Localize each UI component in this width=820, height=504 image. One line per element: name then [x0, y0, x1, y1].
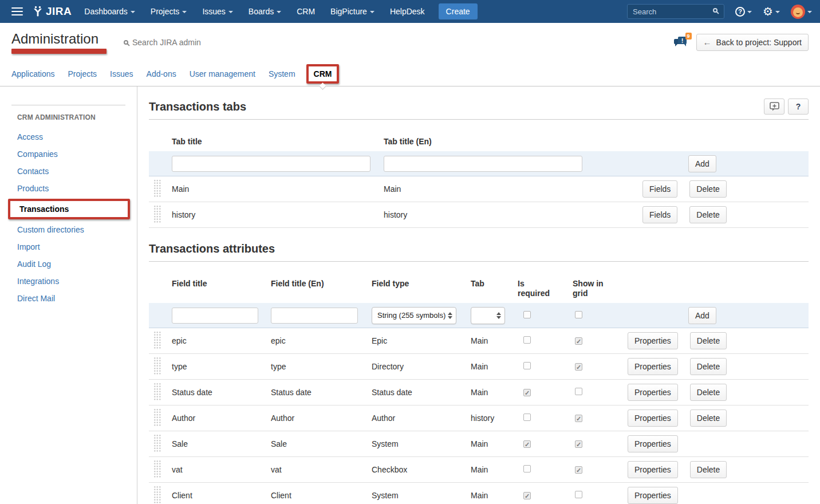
nav-projects[interactable]: Projects [151, 7, 187, 16]
show-in-grid-checkbox[interactable] [575, 440, 582, 448]
feedback-button[interactable] [764, 99, 784, 115]
field-title-value: Client [169, 491, 269, 500]
nav-issues[interactable]: Issues [202, 7, 232, 16]
sidebar-item-companies[interactable]: Companies [11, 145, 125, 163]
help-icon: ? [735, 7, 745, 17]
field-title-en-input[interactable] [271, 308, 358, 324]
chevron-down-icon [747, 11, 752, 13]
global-search [627, 4, 724, 19]
is-required-checkbox[interactable] [523, 336, 531, 344]
drag-handle-icon[interactable] [153, 179, 161, 197]
drag-handle-icon[interactable] [153, 331, 161, 349]
is-required-checkbox[interactable] [523, 389, 531, 396]
add-attribute-button[interactable]: Add [688, 307, 716, 324]
properties-button[interactable]: Properties [628, 332, 678, 349]
app-switcher-icon[interactable] [11, 7, 23, 15]
properties-button[interactable]: Properties [628, 461, 678, 478]
chevron-down-icon [131, 11, 135, 13]
delete-button[interactable]: Delete [690, 461, 727, 478]
fields-button[interactable]: Fields [642, 206, 677, 223]
admin-settings-menu[interactable]: ⚙ [763, 6, 780, 17]
select-stepper-icon [448, 312, 452, 319]
feedback-bubble-plus-icon [770, 102, 779, 111]
is-required-checkbox[interactable] [523, 362, 531, 369]
sidebar-item-integrations[interactable]: Integrations [11, 273, 125, 290]
sidebar-item-products[interactable]: Products [11, 180, 125, 197]
show-in-grid-checkbox[interactable] [575, 337, 582, 345]
nav-bigpicture[interactable]: BigPicture [330, 7, 374, 16]
show-in-grid-checkbox[interactable] [575, 491, 582, 498]
global-search-input[interactable] [627, 4, 724, 19]
table-row: Author Author Author history Properties … [149, 405, 809, 431]
properties-button[interactable]: Properties [628, 384, 678, 401]
nav-dashboards[interactable]: Dashboards [84, 7, 135, 16]
show-in-grid-checkbox[interactable] [575, 363, 582, 371]
admin-search[interactable]: Search JIRA admin [124, 38, 201, 47]
tab-crm-active[interactable]: CRM [314, 69, 332, 78]
drag-handle-icon[interactable] [153, 460, 161, 478]
delete-button[interactable]: Delete [690, 332, 727, 349]
sidebar-item-transactions-active[interactable]: Transactions [19, 204, 69, 214]
table-row: Sale Sale System Main Properties [149, 431, 809, 457]
page-title: Administration [11, 31, 107, 47]
sidebar-item-direct-mail[interactable]: Direct Mail [11, 290, 125, 307]
tab-issues[interactable]: Issues [110, 69, 133, 78]
sidebar-item-audit-log[interactable]: Audit Log [11, 255, 125, 273]
column-header-field-type: Field type [369, 279, 468, 289]
search-icon[interactable] [713, 8, 718, 13]
nav-helpdesk[interactable]: HelpDesk [390, 7, 425, 16]
properties-button[interactable]: Properties [628, 487, 678, 504]
create-button[interactable]: Create [439, 3, 478, 19]
tab-applications[interactable]: Applications [11, 69, 55, 78]
nav-crm[interactable]: CRM [297, 7, 315, 16]
delete-button[interactable]: Delete [690, 410, 727, 427]
tab-title-input[interactable] [172, 156, 370, 172]
field-title-input[interactable] [172, 308, 258, 324]
delete-button[interactable]: Delete [689, 206, 726, 223]
sidebar-item-custom-directories[interactable]: Custom directories [11, 221, 125, 238]
field-title-en-value: Author [269, 414, 369, 423]
delete-button[interactable]: Delete [690, 358, 727, 375]
tab-user-management[interactable]: User management [190, 69, 255, 78]
tab-add-ons[interactable]: Add-ons [147, 69, 176, 78]
delete-button[interactable]: Delete [690, 384, 727, 401]
help-button[interactable]: ? [788, 99, 809, 115]
admin-search-placeholder: Search JIRA admin [132, 38, 201, 47]
is-required-checkbox[interactable] [523, 414, 531, 421]
sidebar-item-contacts[interactable]: Contacts [11, 163, 125, 180]
field-type-select[interactable]: String (255 symbols) [372, 307, 456, 324]
show-in-grid-checkbox[interactable] [575, 415, 582, 422]
is-required-checkbox[interactable] [523, 440, 531, 448]
tab-select[interactable] [471, 307, 505, 324]
drag-handle-icon[interactable] [153, 357, 161, 375]
show-in-grid-checkbox[interactable] [575, 311, 582, 318]
notifications-button[interactable]: ! 9 [673, 34, 691, 50]
jira-logo[interactable]: JIRA [32, 5, 72, 18]
properties-button[interactable]: Properties [628, 410, 678, 427]
drag-handle-icon[interactable] [153, 383, 161, 400]
help-menu[interactable]: ? [735, 7, 752, 17]
drag-handle-icon[interactable] [153, 408, 161, 426]
fields-button[interactable]: Fields [642, 180, 677, 198]
sidebar-item-import[interactable]: Import [11, 238, 125, 255]
is-required-checkbox[interactable] [523, 492, 531, 499]
tab-value: history [468, 414, 514, 423]
tab-title-en-input[interactable] [384, 156, 582, 172]
profile-menu[interactable] [791, 5, 812, 19]
sidebar-item-access[interactable]: Access [11, 128, 125, 145]
show-in-grid-checkbox[interactable] [575, 466, 582, 474]
show-in-grid-checkbox[interactable] [575, 388, 582, 395]
add-tab-button[interactable]: Add [688, 155, 716, 172]
drag-handle-icon[interactable] [153, 205, 161, 223]
is-required-checkbox[interactable] [523, 465, 531, 472]
tab-system[interactable]: System [269, 69, 295, 78]
properties-button[interactable]: Properties [628, 358, 678, 375]
delete-button[interactable]: Delete [689, 180, 726, 198]
properties-button[interactable]: Properties [628, 435, 678, 452]
back-to-project-button[interactable]: ← Back to project: Support [696, 34, 809, 51]
is-required-checkbox[interactable] [523, 311, 531, 318]
drag-handle-icon[interactable] [153, 486, 161, 503]
drag-handle-icon[interactable] [153, 434, 161, 452]
nav-boards[interactable]: Boards [249, 7, 281, 16]
tab-projects[interactable]: Projects [68, 69, 97, 78]
